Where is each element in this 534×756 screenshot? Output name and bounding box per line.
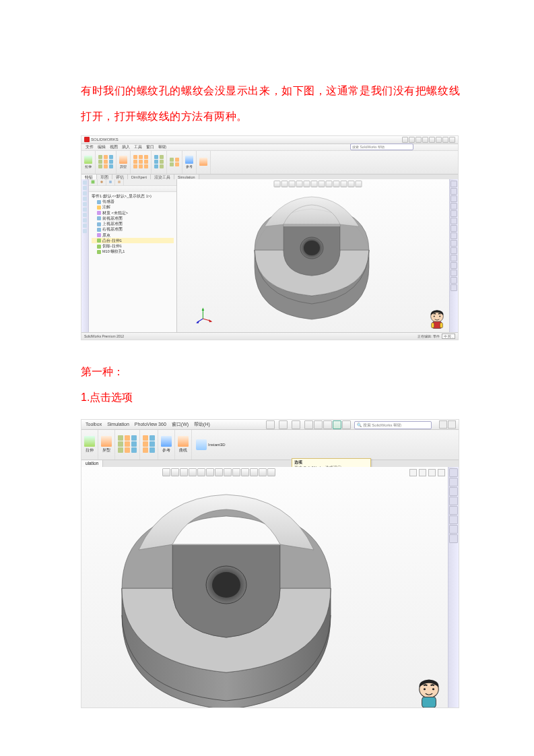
rebuild-icon bbox=[323, 420, 332, 429]
graphics-view[interactable] bbox=[177, 179, 458, 333]
dropdown-icon bbox=[342, 420, 351, 429]
screenshot-options-tooltip: Toolbox Simulation PhotoView 360 窗口(W) 帮… bbox=[81, 419, 459, 708]
view-corner-controls[interactable] bbox=[409, 469, 445, 476]
svg-marker-9 bbox=[209, 319, 212, 322]
svg-rect-23 bbox=[422, 697, 436, 707]
svg-point-22 bbox=[432, 688, 434, 690]
svg-rect-0 bbox=[92, 181, 95, 184]
save-icon bbox=[292, 420, 300, 429]
left-rail[interactable] bbox=[81, 179, 89, 333]
intro-paragraph: 有时我们的螺纹孔的螺纹会没显示出来，如下图，这通常是我们没有把螺纹线打开，打开螺… bbox=[81, 78, 460, 130]
heads-up-toolbar[interactable] bbox=[162, 468, 275, 476]
feature-tree[interactable]: 零件1 (默认<<默认>_显示状态 1>) 传感器 注解 材质 <未指定> 前视… bbox=[89, 192, 176, 256]
options-button[interactable] bbox=[333, 420, 341, 429]
ribbon-toolbar[interactable]: 拉伸 异型 参考 曲线 Instant3D bbox=[81, 430, 459, 460]
svg-point-13 bbox=[434, 315, 435, 317]
svg-point-21 bbox=[424, 688, 426, 690]
part-model bbox=[81, 477, 385, 708]
svg-marker-7 bbox=[202, 307, 204, 310]
ribbon-toolbar[interactable]: 拉伸 异型 参考 bbox=[81, 151, 458, 175]
graphics-view[interactable] bbox=[81, 467, 459, 707]
part-model bbox=[224, 186, 399, 327]
search-input[interactable]: 🔍 搜索 SolidWorks 帮助 bbox=[354, 421, 432, 429]
svg-rect-17 bbox=[440, 323, 442, 328]
print-icon bbox=[304, 420, 313, 429]
new-icon bbox=[266, 420, 275, 429]
right-rail[interactable] bbox=[448, 467, 459, 707]
window-controls[interactable] bbox=[402, 137, 455, 143]
instant3d-icon[interactable] bbox=[196, 439, 207, 450]
svg-rect-2 bbox=[109, 181, 112, 183]
feature-tree-panel[interactable]: 零件1 (默认<<默认>_显示状态 1>) 传感器 注解 材质 <未指定> 前视… bbox=[89, 179, 177, 333]
method-heading: 第一种： bbox=[81, 359, 460, 385]
right-rail[interactable] bbox=[449, 179, 458, 333]
screenshot-solidworks-full: SOLIDWORKS 文件 编辑 视图 插入 工具 窗口 帮助 搜索 Solid… bbox=[81, 135, 459, 340]
svg-rect-3 bbox=[118, 181, 121, 183]
svg-point-19 bbox=[212, 572, 240, 598]
status-bar: SolidWorks Premium 2012 正在编辑: 零件 中 简 , bbox=[81, 332, 458, 340]
svg-point-14 bbox=[439, 315, 440, 317]
top-menu-bar[interactable]: Toolbox Simulation PhotoView 360 窗口(W) 帮… bbox=[81, 420, 459, 430]
mascot-icon bbox=[426, 307, 448, 330]
open-icon bbox=[279, 420, 288, 429]
step-heading: 1.点击选项 bbox=[81, 385, 460, 410]
undo-icon bbox=[314, 420, 323, 429]
quick-access-toolbar[interactable] bbox=[266, 420, 351, 429]
svg-rect-16 bbox=[432, 323, 434, 328]
app-title: SOLIDWORKS bbox=[91, 137, 119, 141]
svg-point-5 bbox=[304, 241, 320, 255]
tree-tab-icon[interactable] bbox=[89, 179, 98, 185]
view-triad-icon bbox=[196, 306, 213, 323]
mascot-icon bbox=[411, 675, 446, 708]
solidworks-logo-icon bbox=[84, 137, 90, 142]
search-input[interactable]: 搜索 SolidWorks 帮助 bbox=[350, 144, 413, 150]
svg-marker-11 bbox=[196, 320, 199, 323]
svg-point-1 bbox=[100, 181, 103, 183]
